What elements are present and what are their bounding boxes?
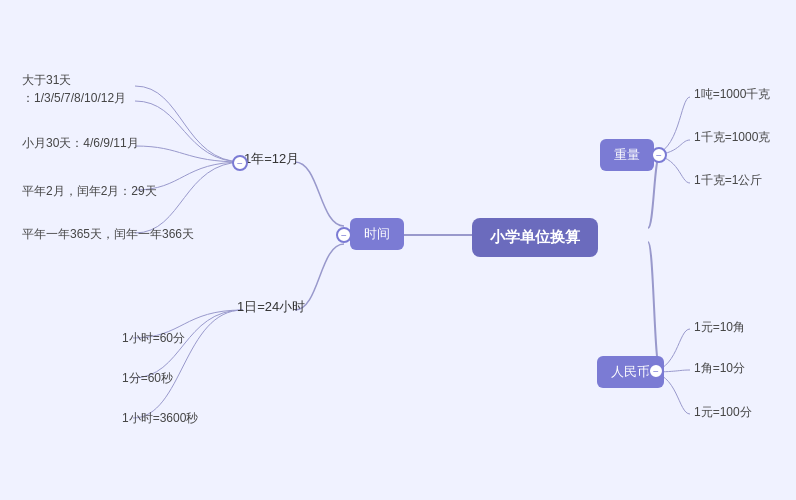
time-label: 时间 [364,225,390,243]
leaf-ton-kg: 1吨=1000千克 [690,84,774,105]
collapse-rmb[interactable]: − [648,363,664,379]
leaf-small-month: 小月30天：4/6/9/11月 [18,133,143,154]
year-label: 1年=12月 [244,150,299,168]
leaf-leap-feb: 平年2月，闰年2月：29天 [18,181,161,202]
day-node: 1日=24小时 [233,296,309,318]
center-node: 小学单位换算 [472,218,598,257]
day-label: 1日=24小时 [237,298,305,316]
leaf-min-sec: 1分=60秒 [118,368,177,389]
leaf-jiao-fen: 1角=10分 [690,358,749,379]
leaf-yuan-fen: 1元=100分 [690,402,756,423]
collapse-weight[interactable]: − [651,147,667,163]
leaf-yuan-jiao: 1元=10角 [690,317,749,338]
leaf-hour-sec: 1小时=3600秒 [118,408,202,429]
collapse-year[interactable]: − [232,155,248,171]
weight-label: 重量 [614,146,640,164]
time-node: 时间 [350,218,404,250]
leaf-big-month-list: ：1/3/5/7/8/10/12月 [18,88,130,109]
collapse-time[interactable]: − [336,227,352,243]
leaf-year-days: 平年一年365天，闰年一年366天 [18,224,198,245]
center-label: 小学单位换算 [490,228,580,247]
year-node: 1年=12月 [240,148,303,170]
leaf-kg-jin: 1千克=1公斤 [690,170,766,191]
leaf-hour-min: 1小时=60分 [118,328,189,349]
weight-node: 重量 [600,139,654,171]
rmb-label: 人民币 [611,363,650,381]
leaf-kg-g: 1千克=1000克 [690,127,774,148]
